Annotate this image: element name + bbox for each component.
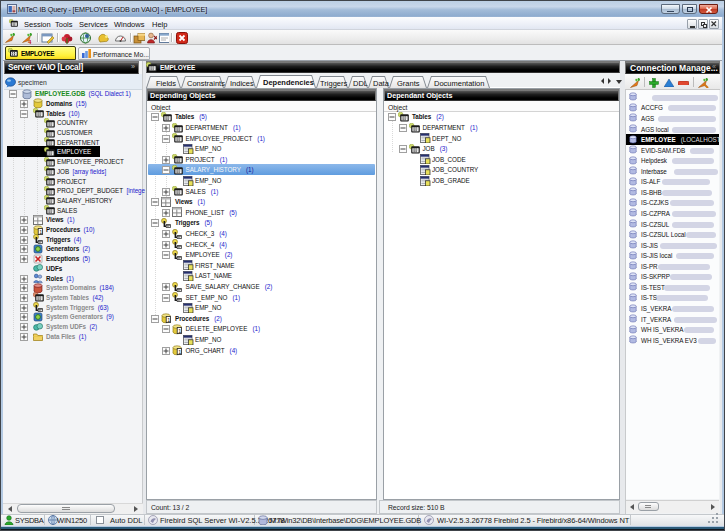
svg-text:4: 4 xyxy=(28,39,32,44)
svg-text:1: 1 xyxy=(178,349,181,355)
svg-text:1: 1 xyxy=(167,317,170,323)
svg-text:1: 1 xyxy=(178,327,181,333)
svg-text:1: 1 xyxy=(39,228,42,234)
